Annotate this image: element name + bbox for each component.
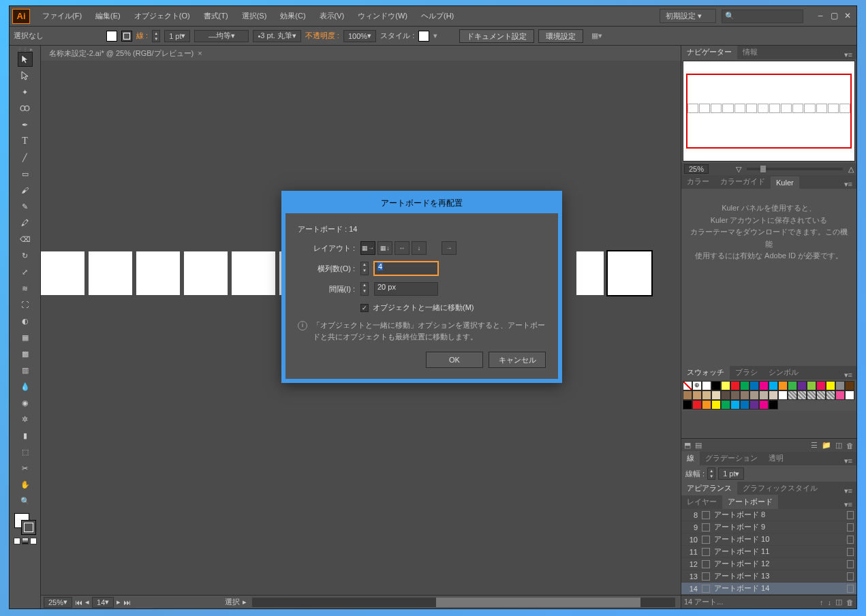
columns-label: 横列数(O) : [298,264,355,274]
columns-spinner[interactable]: ▲▼ [360,262,369,275]
dialog-overlay: アートボードを再配置 アートボード : 14 レイアウト : ▦→ ▦↓ ↔ ↓… [0,0,866,616]
artboard-count-label: アートボード : 14 [298,224,546,234]
layout-label: レイアウト : [298,243,355,253]
layout-buttons: ▦→ ▦↓ ↔ ↓ [360,241,427,255]
dialog-info: i 「オブジェクトと一緒に移動」オプションを選択すると、アートボードと共にオブジ… [298,320,546,342]
layout-row-icon[interactable]: ↔ [395,241,409,255]
spacing-input[interactable]: 20 px [374,282,438,296]
layout-rtl-icon[interactable]: → [442,241,457,255]
move-objects-checkbox[interactable]: ✓ オブジェクトと一緒に移動(M) [360,303,546,313]
rearrange-artboards-dialog: アートボードを再配置 アートボード : 14 レイアウト : ▦→ ▦↓ ↔ ↓… [281,191,562,383]
checkbox-icon: ✓ [360,304,369,312]
layout-col-icon[interactable]: ↓ [412,241,427,255]
move-objects-label: オブジェクトと一緒に移動(M) [373,303,474,313]
layout-grid-col-icon[interactable]: ▦↓ [377,241,392,255]
ok-button[interactable]: OK [426,352,483,368]
spacing-label: 間隔(I) : [298,284,355,294]
columns-input[interactable]: 4 [374,262,438,275]
cancel-button[interactable]: キャンセル [489,352,546,368]
layout-grid-row-icon[interactable]: ▦→ [360,241,375,255]
info-icon: i [298,321,307,330]
dialog-title: アートボードを再配置 [285,195,558,213]
spacing-spinner[interactable]: ▲▼ [360,282,369,296]
